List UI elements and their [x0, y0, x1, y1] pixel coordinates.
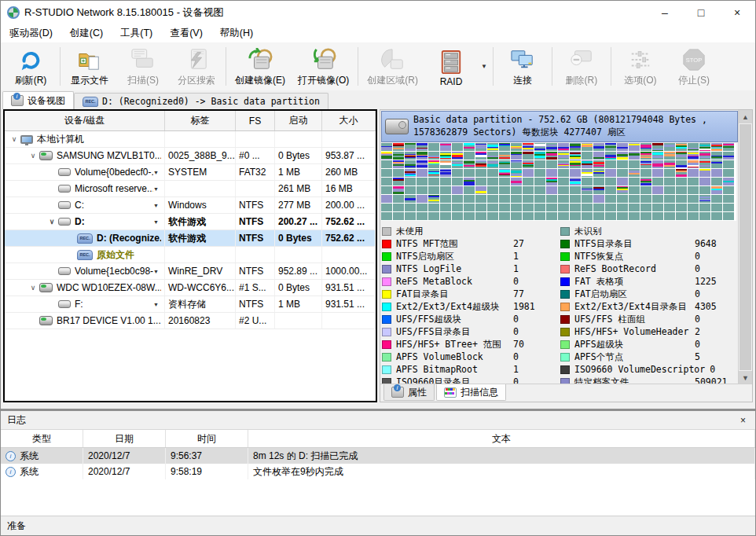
open-image-icon [310, 46, 337, 73]
legend-label: FAT启动扇区 [574, 288, 627, 300]
tree-row[interactable]: C:▼WindowsNTFS277 MB200.00 ... [5, 197, 376, 214]
cell-size: 200.00 ... [322, 197, 376, 213]
delete-button[interactable]: 删除(R) [555, 42, 608, 90]
scan-button[interactable]: 扫描(S) [116, 42, 170, 90]
info-tab-bar: 属性 扫描信息 [380, 384, 752, 402]
status-text: 准备 [7, 519, 26, 533]
raid-button[interactable]: RAID [424, 45, 478, 89]
legend-label: NTFS恢复点 [574, 251, 623, 262]
legend-label: APFS个节点 [574, 351, 623, 363]
log-row[interactable]: i系统 2020/12/7 9:56:37 8m 12s 的 D: 扫描已完成 [1, 448, 755, 464]
tab-properties[interactable]: 属性 [384, 384, 435, 401]
row-dropdown-icon[interactable]: ▼ [153, 269, 161, 274]
svg-text:STOP: STOP [686, 57, 702, 64]
log-date: 2020/12/7 [83, 464, 166, 479]
scan-panel-scrollbar[interactable]: ▲ ▼ [738, 110, 752, 384]
refresh-icon [19, 46, 42, 73]
log-col-time[interactable]: 时间 [166, 430, 248, 447]
tree-row[interactable]: ∨D:▼软件游戏NTFS200.27 ...752.62 ... [5, 214, 376, 230]
tree-row[interactable]: Microsoft reserve...▼261 MB16 MB [5, 181, 376, 197]
scan-block-map[interactable] [381, 143, 736, 221]
menu-view[interactable]: 查看(V) [161, 27, 211, 40]
toolbar-separator [226, 47, 226, 86]
expand-chevron-icon[interactable]: ∨ [46, 218, 58, 226]
col-device-disk[interactable]: 设备/磁盘 [5, 111, 165, 130]
legend-color-chip [382, 353, 391, 362]
cell-label: 0025_388B_9... [165, 148, 236, 163]
cell-start [275, 131, 322, 147]
col-label[interactable]: 标签 [165, 111, 236, 130]
toolbar-separator [358, 47, 358, 86]
legend-label: Ext2/Ext3/Ext4超级块 [396, 301, 499, 313]
col-start[interactable]: 启动 [275, 111, 322, 130]
raid-dropdown-arrow[interactable]: ▼ [478, 63, 490, 70]
expand-chevron-icon[interactable]: ∨ [8, 135, 20, 143]
scroll-up-arrow[interactable]: ▲ [739, 110, 752, 123]
partition-search-button[interactable]: 分区搜索 [170, 42, 223, 90]
row-dropdown-icon[interactable]: ▼ [153, 203, 161, 208]
menu-drive[interactable]: 驱动器(D) [1, 27, 61, 40]
cell-label: 资料存储 [165, 296, 236, 312]
legend-row: APFS BitmapRoot1 [382, 363, 557, 376]
tree-row[interactable]: ∨本地计算机 [5, 131, 376, 148]
log-close-icon[interactable]: × [737, 415, 749, 426]
row-dropdown-icon[interactable]: ▼ [153, 186, 161, 192]
volume-icon [58, 168, 71, 176]
tree-row[interactable]: ∨SAMSUNG MZVLB1T0...0025_388B_9...#0 ...… [5, 148, 376, 164]
legend-count: 1 [513, 251, 557, 262]
cell-size: 752.62 ... [322, 230, 376, 246]
legend-label: HFS/HFS+ VolumeHeader [574, 326, 688, 337]
log-col-type[interactable]: 类型 [1, 430, 83, 447]
create-image-button[interactable]: 创建镜像(E) [229, 42, 292, 90]
expand-chevron-icon[interactable]: ∨ [27, 284, 39, 292]
menu-create[interactable]: 创建(C) [61, 27, 112, 40]
tree-row[interactable]: REC.D: (Recognize...软件游戏NTFS0 Bytes752.6… [5, 230, 376, 247]
tab-device-view[interactable]: 设备视图 [2, 91, 74, 109]
stop-button[interactable]: STOP 停止(S) [667, 42, 721, 90]
row-dropdown-icon[interactable]: ▼ [153, 219, 161, 225]
show-files-button[interactable]: 显示文件 [63, 42, 116, 90]
connect-button[interactable]: 连接 [496, 42, 549, 90]
tree-row[interactable]: ∨WDC WD10EZEX-08W...WD-WCC6Y6...#1 S...0… [5, 280, 376, 296]
stop-label: 停止(S) [678, 74, 710, 87]
open-image-button[interactable]: 打开镜像(O) [292, 42, 355, 90]
tree-row[interactable]: F:▼资料存储NTFS1 MB931.51 ... [5, 296, 376, 313]
expand-chevron-icon[interactable]: ∨ [27, 152, 39, 160]
row-dropdown-icon[interactable]: ▼ [153, 302, 161, 307]
legend-color-chip [382, 340, 391, 349]
col-size[interactable]: 大小 [322, 111, 376, 130]
toolbar-separator [552, 47, 552, 86]
log-row[interactable]: i系统 2020/12/7 9:58:19 文件枚举在9秒内完成 [1, 464, 755, 479]
maximize-button[interactable]: □ [683, 1, 719, 24]
tree-row[interactable]: BR17 DEVICE V1.00 1....20160823#2 U... [5, 313, 376, 329]
cell-label: 软件游戏 [165, 230, 236, 246]
legend-right-column: 未识别NTFS目录条目9648NTFS恢复点0ReFS BootRecord0F… [560, 225, 739, 384]
log-col-date[interactable]: 日期 [83, 430, 166, 447]
legend-count: 0 [695, 263, 739, 274]
log-col-text[interactable]: 文本 [248, 430, 755, 447]
cell-size: 953.87 ... [322, 148, 376, 163]
hdd-icon [385, 119, 409, 134]
menu-help[interactable]: 帮助(H) [211, 27, 262, 40]
legend-count: 1 [513, 263, 557, 274]
menu-tools[interactable]: 工具(T) [112, 27, 161, 40]
options-button[interactable]: 选项(O) [614, 42, 667, 90]
log-time: 9:56:37 [166, 448, 248, 464]
refresh-button[interactable]: 刷新(R) [4, 42, 57, 90]
volume-icon [58, 218, 71, 226]
row-dropdown-icon[interactable]: ▼ [153, 170, 161, 175]
minimize-button[interactable]: – [647, 1, 683, 24]
tab-partition[interactable]: REC. D: (Recognized0) -> Basic data part… [74, 93, 328, 109]
status-bar: 准备 [1, 516, 755, 535]
col-fs[interactable]: FS [236, 111, 275, 130]
scroll-thumb[interactable] [739, 124, 751, 370]
legend-color-chip [560, 227, 570, 236]
legend-left-column: 未使用NTFS MFT范围27NTFS启动扇区1NTFS LogFile1ReF… [382, 225, 557, 384]
create-region-button[interactable]: 创建区域(R) [361, 42, 424, 90]
scroll-down-arrow[interactable]: ▼ [739, 371, 752, 384]
tree-row[interactable]: Volume{0bedecf0-...▼SYSTEMFAT321 MB260 M… [5, 164, 376, 181]
tree-row[interactable]: Volume{1ecb0c98-...▼WinRE_DRVNTFS952.89 … [5, 263, 376, 280]
close-button[interactable]: × [719, 1, 755, 24]
tab-scan-info[interactable]: 扫描信息 [436, 384, 506, 401]
tree-row[interactable]: REC.原始文件 [5, 247, 376, 263]
